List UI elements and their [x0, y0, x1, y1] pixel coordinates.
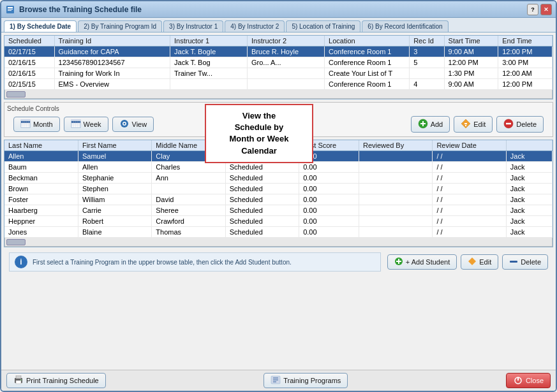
lower-cell — [359, 162, 432, 173]
lower-cell: 0.00 — [299, 227, 359, 238]
calendar-week-icon — [71, 119, 81, 129]
upper-table-container: Scheduled Training Id Instructor 1 Instr… — [4, 35, 553, 99]
upper-table-row[interactable]: 02/17/15Guidance for CAPAJack T. BogleBr… — [4, 47, 553, 57]
svg-rect-40 — [16, 381, 21, 384]
upper-table-scroll[interactable]: Scheduled Training Id Instructor 1 Instr… — [4, 36, 553, 90]
delete-icon — [503, 119, 514, 130]
header-extra — [506, 140, 552, 151]
lower-cell: 0.00 — [299, 205, 359, 216]
svg-marker-29 — [464, 123, 467, 124]
upper-cell: Bruce R. Hoyle — [248, 47, 325, 57]
lower-cell: Haarberg — [4, 205, 78, 216]
main-content: Scheduled Training Id Instructor 1 Instr… — [1, 33, 556, 370]
view-button[interactable]: View — [112, 117, 154, 132]
tab-by-training-program[interactable]: 2) By Training Program Id — [78, 20, 162, 32]
lower-cell: Jack — [506, 205, 552, 216]
delete-button[interactable]: Delete — [496, 116, 544, 133]
svg-rect-3 — [8, 10, 11, 11]
tab-by-instructor2[interactable]: 4) By Instructor 2 — [225, 20, 285, 32]
week-button-label: Week — [84, 120, 101, 128]
lower-cell: / / — [433, 194, 506, 205]
lower-cell — [359, 216, 432, 227]
lower-cell: Scheduled — [225, 184, 299, 194]
lower-cell: Jack — [506, 216, 552, 227]
add-button[interactable]: Add — [411, 116, 450, 133]
lower-scrollbar[interactable] — [4, 238, 553, 247]
lower-cell: Baum — [4, 162, 78, 173]
upper-cell: Gro... A... — [248, 57, 325, 68]
close-button[interactable]: Close — [506, 373, 551, 388]
controls-left: Month — [13, 117, 154, 132]
lower-cell: Allen — [4, 151, 78, 162]
upper-cell: Jack T. Bog — [170, 57, 248, 68]
lower-table-row[interactable]: JonesBlaineThomasScheduled0.00/ /Jack — [4, 227, 553, 238]
header-lastname: Last Name — [4, 140, 78, 151]
lower-cell — [359, 194, 432, 205]
upper-scrollbar-thumb[interactable] — [6, 91, 26, 98]
lower-cell: Scheduled — [225, 216, 299, 227]
upper-cell: 9:00 AM — [444, 47, 498, 57]
lower-cell: Jones — [4, 227, 78, 238]
lower-cell: Sheree — [152, 205, 225, 216]
tab-by-schedule-date[interactable]: 1) By Schedule Date — [4, 20, 77, 32]
upper-table: Scheduled Training Id Instructor 1 Instr… — [4, 36, 553, 90]
upper-table-row[interactable]: 02/15/15EMS - OverviewConference Room 14… — [4, 79, 553, 90]
lower-cell: Jack — [506, 173, 552, 184]
upper-scrollbar[interactable] — [4, 90, 553, 99]
svg-rect-2 — [8, 9, 13, 10]
lower-cell: Heppner — [4, 216, 78, 227]
lower-table-row[interactable]: BrownStephenScheduled0.00/ /Jack — [4, 184, 553, 194]
upper-cell — [410, 68, 444, 79]
close-button-label: Close — [526, 377, 544, 384]
print-button[interactable]: Print Training Schedule — [6, 373, 106, 388]
training-programs-button[interactable]: Training Programs — [264, 373, 348, 388]
upper-cell: EMS - Overview — [54, 79, 170, 90]
student-action-buttons: + Add Student Edit — [387, 254, 548, 270]
lower-cell: Scheduled — [225, 173, 299, 184]
tab-bar: 1) By Schedule Date 2) By Training Progr… — [1, 18, 556, 33]
edit-button-label: Edit — [473, 120, 486, 128]
upper-table-row[interactable]: 02/16/1512345678901234567Jack T. BogGro.… — [4, 57, 553, 68]
tab-by-instructor1[interactable]: 3) By Instructor 1 — [163, 20, 223, 32]
lower-cell: Jack — [506, 227, 552, 238]
lower-scrollbar-thumb[interactable] — [6, 239, 26, 245]
svg-rect-1 — [8, 7, 13, 8]
upper-cell: 9:00 AM — [444, 79, 498, 90]
header-location: Location — [325, 36, 410, 47]
lower-table-row[interactable]: HaarbergCarrieShereeScheduled0.00/ /Jack — [4, 205, 553, 216]
window-title: Browse the Training Schedule file — [19, 5, 527, 14]
lower-cell: Allen — [78, 162, 151, 173]
lower-cell: Jack — [506, 194, 552, 205]
help-button[interactable]: ? — [527, 4, 538, 15]
upper-section: Scheduled Training Id Instructor 1 Instr… — [4, 35, 553, 99]
svg-point-41 — [20, 379, 22, 381]
upper-cell: 12:00 AM — [498, 68, 553, 79]
upper-table-row[interactable]: 02/16/15Training for Work InTrainer Tw..… — [4, 68, 553, 79]
print-button-label: Print Training Schedule — [26, 377, 99, 384]
header-start-time: Start Time — [444, 36, 498, 47]
delete-student-button[interactable]: Delete — [502, 254, 548, 270]
lower-cell: / / — [433, 184, 506, 194]
lower-table-row[interactable]: BeckmanStephanieAnnScheduled0.00/ /Jack — [4, 173, 553, 184]
lower-table-row[interactable]: HeppnerRobertCrawfordScheduled0.00/ /Jac… — [4, 216, 553, 227]
lower-cell: Scheduled — [225, 194, 299, 205]
lower-cell: 0.00 — [299, 216, 359, 227]
week-button[interactable]: Week — [64, 117, 108, 132]
lower-cell: Jack — [506, 184, 552, 194]
lower-table-row[interactable]: FosterWilliamDavidScheduled0.00/ /Jack — [4, 194, 553, 205]
lower-table-row[interactable]: BaumAllenCharlesScheduled0.00/ /Jack — [4, 162, 553, 173]
edit-student-button[interactable]: Edit — [461, 254, 498, 270]
upper-cell: Create Your List of T — [325, 68, 410, 79]
edit-button[interactable]: Edit — [454, 116, 493, 133]
lower-table-body: AllenSamuelClayScheduled0.00/ /JackBaumA… — [4, 151, 553, 238]
upper-cell: Training for Work In — [54, 68, 170, 79]
info-bar: i First select a Training Program in the… — [9, 252, 381, 272]
add-student-button[interactable]: + Add Student — [387, 254, 457, 270]
svg-rect-37 — [510, 261, 517, 263]
tab-by-record[interactable]: 6) By Record Identification — [362, 20, 448, 32]
tab-by-location[interactable]: 5) Location of Training — [286, 20, 360, 32]
lower-cell: / / — [433, 205, 506, 216]
window-close-button[interactable]: ✕ — [540, 4, 552, 15]
month-button[interactable]: Month — [13, 117, 60, 132]
power-icon — [513, 375, 523, 386]
